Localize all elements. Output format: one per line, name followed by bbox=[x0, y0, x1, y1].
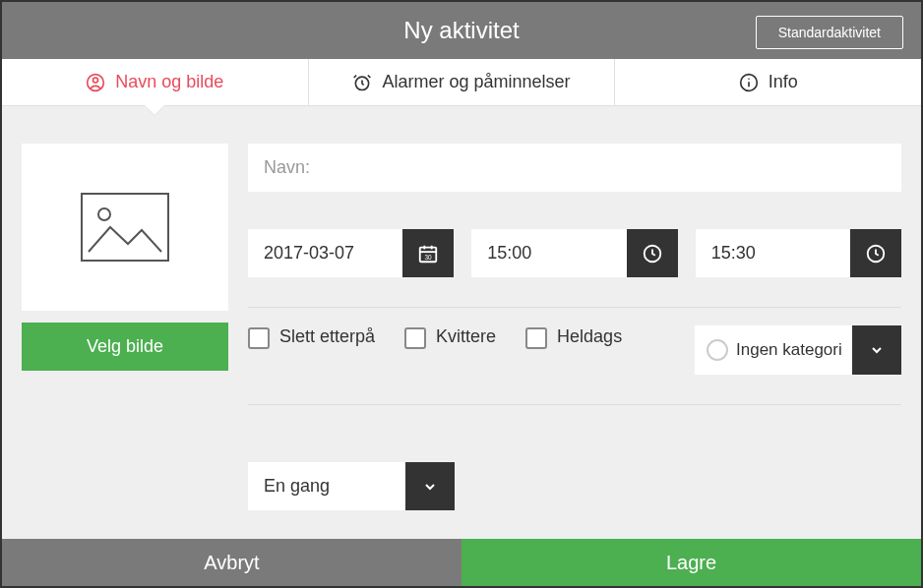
svg-point-5 bbox=[748, 78, 750, 80]
chevron-down-icon bbox=[405, 462, 455, 510]
category-circle-icon bbox=[707, 339, 728, 361]
image-placeholder bbox=[22, 144, 228, 311]
category-label: Ingen kategori bbox=[736, 325, 852, 375]
form-column: 2017-03-07 30 15:00 bbox=[248, 144, 901, 519]
clock-icon bbox=[850, 229, 901, 277]
cancel-button[interactable]: Avbryt bbox=[2, 539, 462, 586]
time-start-field[interactable]: 15:00 bbox=[471, 229, 677, 277]
image-placeholder-icon bbox=[81, 193, 169, 262]
tab-label: Navn og bilde bbox=[115, 72, 223, 92]
checkbox-icon bbox=[248, 327, 270, 349]
time-end-value: 15:30 bbox=[696, 229, 850, 277]
dialog-title: Ny aktivitet bbox=[403, 17, 519, 44]
tab-info[interactable]: Info bbox=[615, 59, 921, 105]
receipt-checkbox[interactable]: Kvittere bbox=[404, 325, 496, 349]
svg-point-1 bbox=[93, 78, 98, 83]
clock-icon bbox=[627, 229, 678, 277]
choose-image-button[interactable]: Velg bilde bbox=[22, 323, 228, 371]
recurrence-select[interactable]: En gang bbox=[248, 462, 455, 510]
options-row: Slett etterpå Kvittere Heldags Ingen kat… bbox=[248, 325, 901, 375]
info-icon bbox=[739, 73, 759, 92]
divider bbox=[248, 404, 901, 405]
date-time-row: 2017-03-07 30 15:00 bbox=[248, 229, 901, 277]
date-field[interactable]: 2017-03-07 30 bbox=[248, 229, 454, 277]
tab-bar: Navn og bilde Alarmer og påminnelser Inf… bbox=[2, 59, 921, 106]
calendar-icon: 30 bbox=[402, 229, 454, 277]
dialog-footer: Avbryt Lagre bbox=[2, 539, 921, 586]
recurrence-value: En gang bbox=[248, 462, 405, 510]
all-day-checkbox[interactable]: Heldags bbox=[525, 325, 622, 349]
svg-rect-6 bbox=[82, 194, 168, 261]
standard-activity-button[interactable]: Standardaktivitet bbox=[756, 16, 903, 49]
checkbox-icon bbox=[525, 327, 547, 349]
recurrence-row: En gang bbox=[248, 462, 901, 510]
delete-after-checkbox[interactable]: Slett etterpå bbox=[248, 325, 375, 349]
checkbox-label: Slett etterpå bbox=[279, 325, 375, 348]
tab-label: Info bbox=[769, 72, 798, 92]
checkbox-label: Kvittere bbox=[436, 325, 496, 348]
category-select[interactable]: Ingen kategori bbox=[695, 325, 901, 375]
svg-point-7 bbox=[98, 208, 110, 220]
tab-alarms[interactable]: Alarmer og påminnelser bbox=[309, 59, 616, 105]
save-button[interactable]: Lagre bbox=[462, 539, 921, 586]
time-end-field[interactable]: 15:30 bbox=[696, 229, 901, 277]
alarm-clock-icon bbox=[352, 73, 372, 92]
dialog-header: Ny aktivitet Standardaktivitet bbox=[2, 2, 921, 59]
person-icon bbox=[86, 73, 105, 92]
svg-text:30: 30 bbox=[425, 253, 433, 260]
checkbox-icon bbox=[404, 327, 426, 349]
image-column: Velg bilde bbox=[22, 144, 228, 519]
checkbox-label: Heldags bbox=[557, 325, 622, 348]
tab-name-image[interactable]: Navn og bilde bbox=[2, 59, 309, 105]
date-value: 2017-03-07 bbox=[248, 229, 402, 277]
time-start-value: 15:00 bbox=[471, 229, 626, 277]
tab-label: Alarmer og påminnelser bbox=[382, 72, 570, 92]
content-area: Velg bilde 2017-03-07 30 15:00 bbox=[2, 106, 921, 539]
divider bbox=[248, 307, 901, 308]
chevron-down-icon bbox=[852, 325, 901, 375]
name-input[interactable] bbox=[248, 144, 901, 192]
